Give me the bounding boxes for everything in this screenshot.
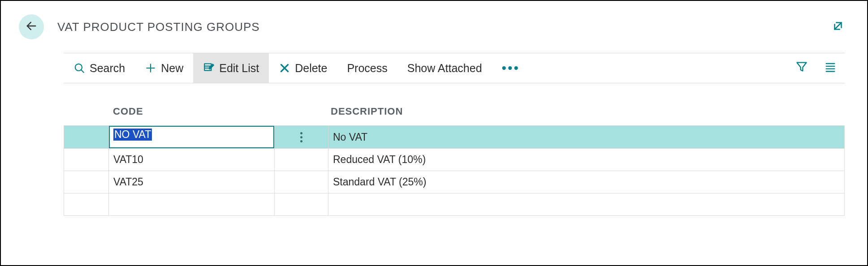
code-input[interactable]: NO VAT: [109, 126, 274, 148]
delete-button[interactable]: Delete: [269, 53, 337, 83]
cell-description[interactable]: Reduced VAT (10%): [328, 149, 844, 171]
delete-icon: [279, 62, 290, 74]
show-attached-label: Show Attached: [407, 62, 482, 75]
cell-description[interactable]: [328, 193, 844, 215]
col-row-menu: [274, 106, 328, 117]
cell-code[interactable]: VAT25: [109, 171, 275, 193]
svg-marker-11: [797, 63, 807, 71]
show-attached-button[interactable]: Show Attached: [397, 53, 492, 83]
process-label: Process: [347, 62, 387, 75]
toolbar-spacer: [530, 53, 787, 83]
edit-list-label: Edit List: [219, 62, 259, 75]
search-label: Search: [90, 62, 125, 75]
col-marker: [64, 106, 108, 117]
list-icon: [824, 60, 837, 76]
row-actions-button[interactable]: [275, 126, 328, 148]
col-header-code[interactable]: CODE: [108, 106, 274, 117]
list-view-button[interactable]: [816, 53, 845, 83]
filter-icon: [795, 60, 808, 76]
svg-line-3: [81, 70, 84, 73]
table-row[interactable]: [64, 193, 844, 215]
table-row[interactable]: VAT25 Standard VAT (25%): [64, 171, 844, 193]
data-grid: CODE DESCRIPTION NO VAT No VAT: [64, 106, 845, 216]
delete-label: Delete: [295, 62, 327, 75]
row-actions-button[interactable]: [275, 171, 328, 193]
new-label: New: [161, 62, 183, 75]
more-actions-button[interactable]: •••: [492, 53, 530, 83]
col-header-description[interactable]: DESCRIPTION: [328, 106, 845, 117]
grid-header: CODE DESCRIPTION: [64, 106, 845, 125]
code-value: VAT10: [109, 154, 143, 166]
toolbar: Search New Edit List Delete Process Show…: [64, 53, 845, 83]
row-marker[interactable]: [64, 171, 109, 193]
code-value: VAT25: [109, 176, 143, 188]
cell-description[interactable]: No VAT: [328, 126, 844, 148]
code-input-value: NO VAT: [113, 129, 152, 141]
table-row[interactable]: NO VAT No VAT: [64, 126, 844, 148]
page-title: VAT PRODUCT POSTING GROUPS: [57, 20, 260, 34]
row-marker[interactable]: [64, 126, 109, 148]
plus-icon: [145, 62, 156, 74]
page-header: VAT PRODUCT POSTING GROUPS: [19, 14, 845, 39]
expand-icon: [831, 26, 845, 34]
expand-button[interactable]: [831, 19, 845, 34]
search-button[interactable]: Search: [64, 53, 135, 83]
vertical-dots-icon: [300, 132, 302, 142]
filter-button[interactable]: [787, 53, 816, 83]
page-root: VAT PRODUCT POSTING GROUPS Search New Ed…: [0, 0, 868, 266]
search-icon: [73, 62, 85, 74]
process-button[interactable]: Process: [337, 53, 397, 83]
cell-code[interactable]: NO VAT: [109, 126, 275, 148]
svg-line-1: [835, 23, 842, 30]
table-row[interactable]: VAT10 Reduced VAT (10%): [64, 148, 844, 171]
more-icon: •••: [502, 60, 520, 76]
cell-code[interactable]: VAT10: [109, 149, 275, 171]
edit-list-icon: [203, 62, 215, 74]
edit-list-button[interactable]: Edit List: [193, 53, 269, 83]
row-marker[interactable]: [64, 149, 109, 171]
cell-description[interactable]: Standard VAT (25%): [328, 171, 844, 193]
row-actions-button[interactable]: [275, 149, 328, 171]
back-button[interactable]: [19, 14, 44, 39]
cell-code[interactable]: [109, 193, 275, 215]
row-marker[interactable]: [64, 193, 109, 215]
new-button[interactable]: New: [135, 53, 193, 83]
row-actions-button[interactable]: [275, 193, 328, 215]
grid-body: NO VAT No VAT VAT10 Reduced VAT (10%): [64, 125, 845, 216]
arrow-left-icon: [25, 20, 38, 34]
